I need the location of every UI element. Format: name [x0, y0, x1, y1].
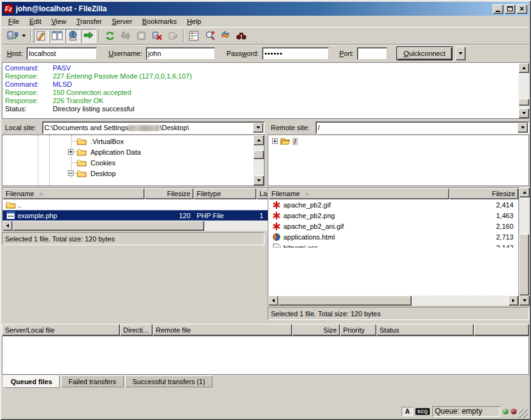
tab-failed-transfers[interactable]: Failed transfers	[61, 375, 124, 387]
remote-list-hscrollbar[interactable]	[268, 296, 518, 306]
local-site-label: Local site:	[2, 123, 40, 133]
tree-item-virtualbox[interactable]: .VirtualBox	[3, 136, 253, 146]
combobox-dropdown-button[interactable]	[517, 123, 528, 133]
close-button[interactable]: ×	[517, 4, 527, 14]
tree-item-application-data[interactable]: Application Data	[3, 146, 253, 157]
table-row[interactable]: bitnami.css 2,142	[268, 242, 518, 248]
column-header-size[interactable]: Size	[292, 324, 340, 336]
table-row[interactable]: applications.html 2,713	[268, 231, 518, 242]
table-row[interactable]: apache_pb2.gif 2,414	[268, 199, 518, 210]
local-list-hscrollbar[interactable]	[3, 221, 304, 231]
combobox-dropdown-button[interactable]	[253, 123, 263, 133]
scroll-down-button[interactable]	[519, 296, 530, 306]
menu-bookmarks[interactable]: Bookmarks	[137, 16, 182, 26]
table-row[interactable]: apache_pb2.png 1,463	[268, 210, 518, 221]
expand-icon[interactable]	[272, 138, 278, 144]
refresh-button[interactable]	[102, 29, 118, 43]
menu-file[interactable]: File	[3, 16, 25, 26]
tree-item-root[interactable]: /	[268, 136, 528, 146]
column-header-remote-file[interactable]: Remote file	[153, 324, 292, 336]
activity-led-red-icon	[511, 409, 517, 414]
column-header-direction[interactable]: Directi...	[120, 324, 153, 336]
scroll-right-button[interactable]	[508, 296, 518, 306]
tab-queued-files[interactable]: Queued files	[3, 375, 60, 388]
scroll-up-button[interactable]	[253, 135, 264, 145]
disconnect-button[interactable]	[150, 29, 165, 43]
quickconnect-button[interactable]: Quickconnect	[397, 47, 452, 60]
toggle-queue-button[interactable]	[81, 29, 96, 43]
menu-server[interactable]: Server	[107, 16, 137, 26]
scroll-up-button[interactable]	[519, 187, 530, 197]
maximize-button[interactable]	[505, 4, 515, 14]
remote-site-combobox[interactable]: /	[315, 121, 529, 134]
scroll-up-button[interactable]	[518, 63, 529, 73]
tree-item-desktop[interactable]: Desktop	[3, 168, 253, 179]
toggle-remote-tree-button[interactable]	[65, 29, 80, 43]
menu-edit[interactable]: Edit	[25, 16, 47, 26]
column-header-filesize[interactable]: Filesize	[145, 188, 194, 199]
password-input[interactable]: ••••••	[262, 47, 329, 60]
site-manager-dropdown[interactable]	[20, 29, 28, 43]
toggle-message-log-button[interactable]	[34, 29, 49, 43]
minimize-button[interactable]	[493, 4, 503, 14]
port-input[interactable]	[357, 47, 387, 60]
column-header-filename[interactable]: Filename	[268, 188, 449, 199]
scroll-down-button[interactable]	[253, 175, 264, 185]
local-site-combobox[interactable]: C:\Documents and Settings\Desktop\	[42, 121, 265, 134]
expand-icon[interactable]	[68, 149, 74, 155]
column-header-priority[interactable]: Priority	[340, 324, 376, 336]
site-manager-button[interactable]	[4, 29, 19, 43]
table-row[interactable]: apache_pb2_ani.gif 2,160	[268, 221, 518, 231]
scroll-thumb[interactable]	[518, 99, 529, 106]
scroll-thumb[interactable]	[253, 150, 264, 159]
tab-successful-transfers[interactable]: Successful transfers (1)	[125, 375, 213, 387]
scroll-thumb[interactable]	[278, 296, 412, 306]
scroll-left-button[interactable]	[3, 221, 13, 231]
menu-transfer[interactable]: Transfer	[71, 16, 107, 26]
scroll-thumb[interactable]	[13, 221, 204, 231]
log-line: Command:PASV	[5, 64, 518, 72]
host-input[interactable]: localhost	[26, 47, 97, 60]
scroll-thumb[interactable]	[519, 234, 529, 296]
reconnect-button[interactable]	[165, 29, 180, 43]
scroll-down-button[interactable]	[518, 108, 529, 118]
find-files-button[interactable]	[234, 29, 249, 43]
resize-grip[interactable]	[519, 409, 528, 418]
toggle-local-tree-button[interactable]	[50, 29, 65, 43]
table-row[interactable]: example.php 120 PHP File 1	[3, 210, 304, 221]
column-header-filesize[interactable]: Filesize	[449, 188, 518, 199]
queue-list[interactable]	[2, 336, 529, 375]
speed-limits-icon[interactable]: SCQ	[415, 408, 430, 415]
compare-directories-button[interactable]	[202, 29, 217, 43]
quickconnect-dropdown[interactable]	[456, 47, 466, 60]
log-scrollbar[interactable]	[518, 63, 529, 118]
table-row[interactable]: ..	[3, 199, 304, 210]
username-input[interactable]: john	[146, 47, 215, 60]
column-header-server-local-file[interactable]: Server/Local file	[2, 324, 120, 336]
column-header-filename[interactable]: Filename	[3, 188, 145, 199]
local-file-list: Filename Filesize Filetype Last modified…	[2, 187, 265, 231]
port-label: Port:	[339, 50, 354, 57]
horizontal-splitter[interactable]	[2, 320, 529, 323]
directory-listing-filters-button[interactable]	[187, 29, 202, 43]
local-tree-scrollbar[interactable]	[253, 135, 264, 185]
menu-help[interactable]: Help	[182, 16, 206, 26]
local-list-header: Filename Filesize Filetype Last modified	[3, 188, 304, 199]
transfer-type-ascii-icon[interactable]: A	[402, 407, 413, 416]
menu-view[interactable]: View	[47, 16, 72, 26]
tree-item-cookies[interactable]: Cookies	[3, 157, 253, 168]
reconnect-icon	[167, 30, 178, 41]
title-bar[interactable]: Fz john@localhost - FileZilla ×	[2, 2, 529, 16]
scroll-left-button[interactable]	[268, 296, 278, 306]
synchronized-browsing-button[interactable]	[218, 29, 233, 43]
column-header-filetype[interactable]: Filetype	[194, 188, 256, 199]
window-title: john@localhost - FileZilla	[16, 4, 491, 13]
cancel-operation-button[interactable]	[134, 29, 149, 43]
queue-tabs: Queued files Failed transfers Successful…	[2, 375, 529, 389]
collapse-icon[interactable]	[68, 170, 74, 176]
sort-ascending-icon	[39, 192, 44, 196]
column-header-status[interactable]: Status	[376, 324, 474, 336]
remote-list-scrollbar[interactable]	[518, 187, 529, 306]
log-line: Command:MLSD	[5, 80, 518, 89]
process-queue-button[interactable]	[118, 29, 133, 43]
